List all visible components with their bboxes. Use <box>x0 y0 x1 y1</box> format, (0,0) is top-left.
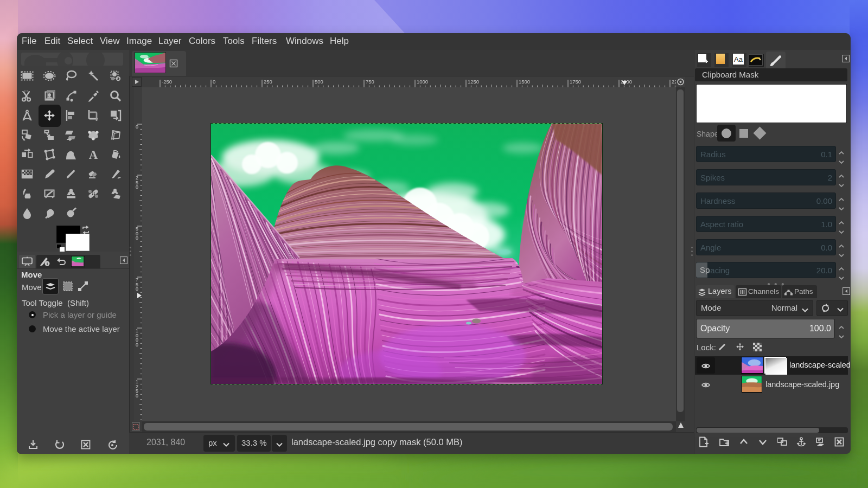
svg-text:1000: 1000 <box>417 79 428 85</box>
svg-text:1750: 1750 <box>570 79 581 85</box>
svg-text:0: 0 <box>213 79 215 85</box>
svg-text:1250: 1250 <box>468 79 479 85</box>
svg-text:Aa: Aa <box>734 55 743 63</box>
svg-text:1500: 1500 <box>519 79 530 85</box>
svg-text:750: 750 <box>366 79 374 85</box>
svg-text:0: 0 <box>136 393 138 399</box>
svg-text:0: 0 <box>136 342 138 348</box>
svg-text:500: 500 <box>315 79 323 85</box>
svg-text:0: 0 <box>136 286 138 292</box>
svg-text:-250: -250 <box>162 79 172 85</box>
svg-text:A: A <box>89 148 98 161</box>
svg-text:0: 0 <box>136 184 138 190</box>
svg-text:250: 250 <box>264 79 272 85</box>
svg-text:0: 0 <box>136 235 138 241</box>
svg-text:0: 0 <box>136 124 138 130</box>
